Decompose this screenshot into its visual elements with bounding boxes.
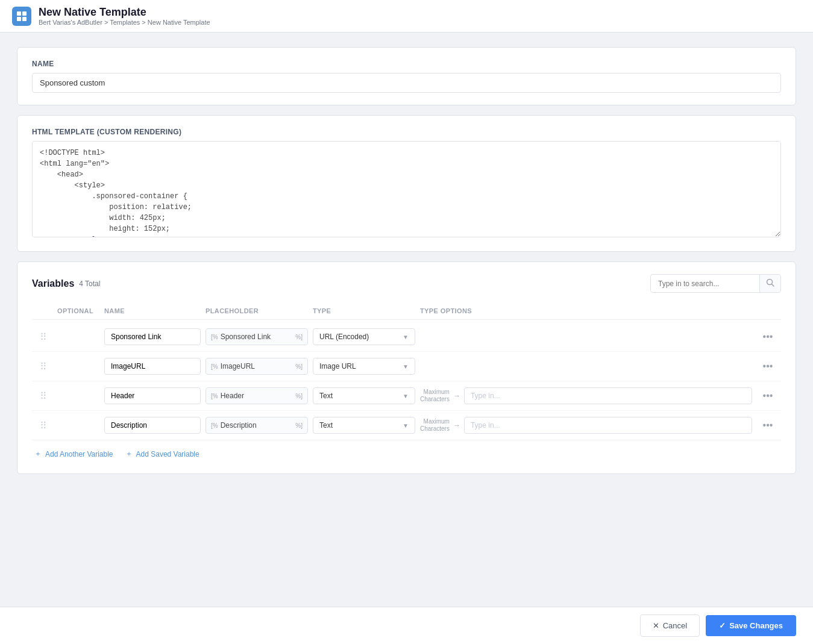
name-section: Name — [17, 47, 796, 105]
chevron-down-icon: ▼ — [403, 393, 409, 399]
type-value-3: Text — [319, 392, 333, 400]
table-header: Optional Name Placeholder Type Type Opti… — [32, 302, 781, 320]
add-variables-row: ＋ Add Another Variable ＋ Add Saved Varia… — [32, 440, 781, 461]
type-select-4[interactable]: Text ▼ — [313, 417, 415, 434]
type-select-3[interactable]: Text ▼ — [313, 387, 415, 404]
html-template-input[interactable]: <!DOCTYPE html> <html lang="en"> <head> … — [32, 141, 781, 237]
chevron-down-icon: ▼ — [403, 422, 409, 429]
add-saved-variable-button[interactable]: ＋ Add Saved Variable — [125, 449, 199, 459]
col-type-options-header: Type Options — [420, 307, 752, 314]
variables-count: 4 Total — [79, 280, 100, 288]
col-optional-header: Optional — [57, 307, 99, 314]
svg-rect-0 — [17, 11, 21, 16]
bottom-spacer — [17, 484, 796, 526]
html-template-label: HTML Template (Custom Rendering) — [32, 128, 781, 136]
chevron-down-icon: ▼ — [403, 334, 409, 340]
svg-rect-3 — [22, 17, 27, 21]
max-chars-label-4: MaximumCharacters — [420, 418, 450, 433]
type-select-1[interactable]: URL (Encoded) ▼ — [313, 328, 415, 345]
variables-title-text: Variables — [32, 278, 74, 289]
app-icon — [12, 7, 31, 26]
table-row: ⠿ [% Sponsored Link %] URL (Encoded) ▼ •… — [32, 322, 781, 352]
svg-rect-2 — [17, 17, 21, 21]
name-label: Name — [32, 60, 781, 68]
var-name-3[interactable] — [104, 387, 201, 404]
arrow-icon: → — [453, 392, 460, 400]
drag-handle[interactable]: ⠿ — [34, 331, 52, 343]
placeholder-4: [% Description %] — [206, 417, 308, 434]
var-name-2[interactable] — [104, 358, 201, 375]
add-another-variable-label: Add Another Variable — [45, 450, 113, 458]
header-title-section: New Native Template Bert Varias's AdButl… — [39, 6, 210, 26]
search-box — [650, 274, 781, 293]
type-select-2[interactable]: Image URL ▼ — [313, 358, 415, 375]
row-menu-1[interactable]: ••• — [757, 329, 779, 345]
plus-icon: ＋ — [125, 449, 133, 459]
search-icon[interactable] — [759, 275, 780, 292]
type-value-4: Text — [319, 421, 333, 430]
svg-line-5 — [772, 284, 774, 287]
max-chars-label-3: MaximumCharacters — [420, 389, 450, 403]
breadcrumb: Bert Varias's AdButler > Templates > New… — [39, 19, 210, 26]
col-type-header: Type — [313, 307, 415, 314]
add-saved-variable-label: Add Saved Variable — [136, 450, 199, 458]
var-name-1[interactable] — [104, 328, 201, 345]
max-chars-group-3: MaximumCharacters → — [420, 387, 752, 404]
placeholder-2: [% ImageURL %] — [206, 358, 308, 375]
type-value-2: Image URL — [319, 362, 356, 370]
row-menu-2[interactable]: ••• — [757, 358, 779, 374]
row-menu-4[interactable]: ••• — [757, 417, 779, 433]
row-menu-3[interactable]: ••• — [757, 388, 779, 404]
var-name-4[interactable] — [104, 417, 201, 434]
main-content: Name HTML Template (Custom Rendering) <!… — [0, 33, 813, 540]
placeholder-3: [% Header %] — [206, 387, 308, 404]
col-name-header: Name — [104, 307, 201, 314]
variables-title: Variables 4 Total — [32, 278, 100, 289]
max-chars-group-4: MaximumCharacters → — [420, 417, 752, 434]
drag-handle[interactable]: ⠿ — [34, 420, 52, 431]
plus-icon: ＋ — [34, 449, 42, 459]
col-actions-header — [757, 307, 779, 314]
chevron-down-icon: ▼ — [403, 363, 409, 370]
page-title: New Native Template — [39, 6, 210, 19]
add-another-variable-button[interactable]: ＋ Add Another Variable — [34, 449, 113, 459]
drag-handle[interactable]: ⠿ — [34, 390, 52, 402]
arrow-icon: → — [453, 421, 460, 430]
drag-handle[interactable]: ⠿ — [34, 361, 52, 372]
max-chars-input-4[interactable] — [464, 417, 752, 434]
svg-rect-1 — [22, 11, 27, 16]
type-value-1: URL (Encoded) — [319, 333, 369, 341]
variables-section: Variables 4 Total Optional Name Placehol… — [17, 261, 796, 474]
name-input[interactable] — [32, 73, 781, 93]
table-row: ⠿ [% ImageURL %] Image URL ▼ ••• — [32, 352, 781, 381]
col-placeholder-header: Placeholder — [206, 307, 308, 314]
table-row: ⠿ [% Header %] Text ▼ MaximumCharacters … — [32, 381, 781, 411]
table-row: ⠿ [% Description %] Text ▼ MaximumCharac… — [32, 411, 781, 440]
variables-header: Variables 4 Total — [32, 274, 781, 293]
col-drag — [34, 307, 52, 314]
html-template-section: HTML Template (Custom Rendering) <!DOCTY… — [17, 115, 796, 252]
placeholder-1: [% Sponsored Link %] — [206, 328, 308, 345]
max-chars-input-3[interactable] — [464, 387, 752, 404]
top-header: New Native Template Bert Varias's AdButl… — [0, 0, 813, 33]
search-input[interactable] — [651, 276, 759, 292]
